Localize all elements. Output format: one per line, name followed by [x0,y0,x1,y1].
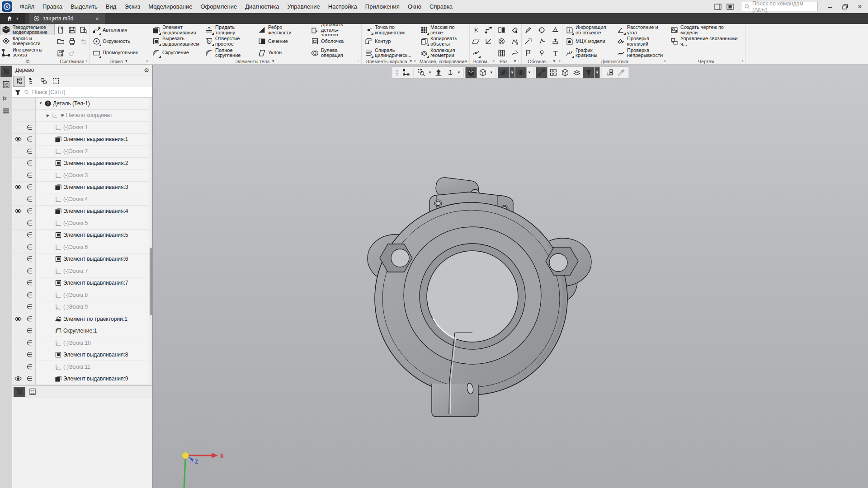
section-caret-icon[interactable]: ▼ [513,59,517,63]
autoline-button[interactable]: Автолиния [90,24,147,36]
cylindrical-spiral-button[interactable]: Спираль цилиндрическ... [362,47,415,59]
menu-Выделить[interactable]: Выделить [66,0,102,13]
circle-button[interactable]: Окружность [90,36,147,47]
show-objects-button-caret-icon[interactable]: ▼ [527,67,532,78]
tree-search-input[interactable]: Поиск (Ctrl+/) [12,87,152,98]
collision-check-button[interactable]: Проверка коллизий [614,36,665,47]
region-button[interactable] [508,36,521,47]
menu-Справка[interactable]: Справка [425,0,457,13]
eye-cell[interactable] [12,207,24,215]
table-row[interactable]: ∈(-)Эскиз:2 [12,145,152,158]
layout-toggle-1-icon[interactable] [713,2,723,11]
menu-Управление[interactable]: Управление [283,0,324,13]
save-as-button[interactable] [55,47,66,59]
boolean-button[interactable]: Булева операция [308,47,361,59]
table-row[interactable]: ∈(-)Эскиз:8 [12,289,152,301]
mode-wireframe-surfaces[interactable]: Каркас и поверхности [0,35,55,47]
element-of-cell[interactable]: ∈ [24,229,35,241]
eyedropper-button[interactable] [616,67,627,78]
hide-objects-button[interactable] [498,67,509,78]
section-button[interactable]: Сечение [255,36,308,47]
menu-Эскиз[interactable]: Эскиз [120,0,144,13]
table-row[interactable]: ∈(-)Эскиз:10 [12,337,152,349]
table-row[interactable]: ∈(-)Эскиз:11 [12,361,152,373]
tree-relations-button[interactable] [38,76,49,86]
menu-Окно[interactable]: Окно [404,0,425,13]
expander-right-icon[interactable]: ▶ [46,113,50,117]
section-grip-icon[interactable] [414,60,416,64]
leader-button[interactable] [522,36,535,47]
full-fillet-button[interactable]: Полное скругление [202,47,255,59]
element-of-cell[interactable]: ∈ [24,361,35,373]
mass-properties-button[interactable]: МЦХ модели [562,36,614,47]
table-row[interactable]: ∈(-)Эскиз:7 [12,265,152,277]
table-row[interactable]: ▶Начало координат [12,110,152,122]
element-of-cell[interactable]: ∈ [24,349,35,361]
aux-axis-button[interactable] [470,24,482,36]
menu-Настройка[interactable]: Настройка [324,0,361,13]
table-row[interactable]: ∈(-)Эскиз:5 [12,217,152,230]
aux-point-button[interactable] [482,24,495,36]
fill-area-button[interactable] [508,24,521,36]
contour-button[interactable]: Контур [362,36,415,47]
tree-composition-button[interactable] [26,76,37,86]
restore-button[interactable] [839,1,851,12]
tab-close-icon[interactable]: × [94,15,100,22]
element-of-cell[interactable]: ∈ [24,313,35,325]
manage-linked-drawings-button[interactable]: Управление связанными ч... [667,36,743,47]
section-grip-icon[interactable] [518,60,520,64]
menu-Приложения[interactable]: Приложения [361,0,404,13]
marker-button[interactable] [535,47,549,59]
menu-Файл[interactable]: Файл [16,0,38,13]
section-caret-icon[interactable]: ▼ [552,59,556,63]
tree-scrollbar-thumb[interactable] [150,248,152,315]
table-row[interactable]: ∈(-)Эскиз:4 [12,193,152,206]
menu-Правка[interactable]: Правка [38,0,66,13]
variables-panel-tab[interactable]: fx [0,92,12,103]
main-menu-button[interactable] [0,105,12,117]
element-of-cell[interactable]: ∈ [24,122,35,133]
annotation-pencil-button[interactable] [522,24,535,36]
table-row[interactable]: ∈Элемент выдавливания:1 [12,134,152,146]
layers-table-button[interactable] [495,47,508,59]
expander-down-icon[interactable]: ▼ [38,101,43,105]
table-row[interactable]: ∈Элемент выдавливания:8 [12,349,152,361]
close-button[interactable]: × [854,1,866,12]
datum-button[interactable] [548,24,562,36]
redo-button[interactable] [66,47,78,59]
open-document-button[interactable] [55,36,66,47]
zoom-area-button[interactable] [416,67,427,78]
element-of-cell[interactable]: ∈ [24,301,35,313]
info-object-button[interactable]: Информация об объекте [562,24,614,36]
geometry-collection-button[interactable]: Коллекция геометрии [417,47,468,59]
table-row[interactable]: ▼Деталь (Тел-1) [12,98,152,110]
table-row[interactable]: ∈Элемент по траектории:1 [12,313,152,325]
element-of-cell[interactable]: ∈ [24,265,35,277]
distance-angle-button[interactable]: Расстояние и угол [614,24,665,36]
orientation-button-caret-icon[interactable]: ▼ [457,67,462,78]
collections-button[interactable] [571,67,583,78]
tree-tab[interactable] [14,387,25,397]
filter-button-caret-icon[interactable]: ▼ [595,67,600,78]
tree-scrollbar[interactable] [149,98,152,385]
section-grip-icon[interactable] [358,60,360,64]
eye-cell[interactable] [12,183,24,191]
sketch-mode-button[interactable] [401,67,412,78]
display-mode-button-caret-icon[interactable]: ▼ [489,67,494,78]
grid-array-button[interactable]: Массив по сетке [417,24,468,36]
minimize-button[interactable]: – [824,1,836,12]
copy-objects-button[interactable]: Копировать объекты [417,36,468,47]
table-row[interactable]: ∈Элемент выдавливания:7 [12,277,152,290]
draft-button[interactable]: Уклон [255,47,308,59]
table-row[interactable]: ∈Элемент выдавливания:6 [12,253,152,266]
show-objects-button[interactable] [515,67,527,78]
section-caret-icon[interactable]: ▼ [409,59,413,63]
element-of-cell[interactable]: ∈ [24,241,35,253]
local-cs-button[interactable] [482,36,495,47]
element-of-cell[interactable]: ∈ [24,337,35,349]
element-of-cell[interactable]: ∈ [24,193,35,205]
eye-cell[interactable] [12,315,24,323]
rectangle-button[interactable]: Прямоугольник [90,47,147,59]
shell-button[interactable]: Оболочка [308,36,361,47]
fit-view-button[interactable] [433,67,444,78]
